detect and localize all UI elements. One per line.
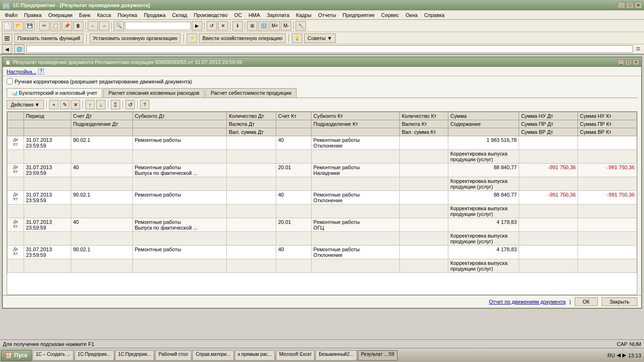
taskbar-item-8[interactable]: Результат ...:59: [358, 350, 398, 361]
taskbar-item-3[interactable]: Рабочий стол: [155, 350, 191, 361]
copy-button[interactable]: 📋: [50, 21, 61, 31]
menu-edit[interactable]: Правка: [21, 11, 44, 19]
menu-service[interactable]: Сервис: [379, 11, 402, 19]
move-up-button[interactable]: ↑: [85, 100, 95, 109]
edit-row-button[interactable]: ✎: [60, 100, 69, 109]
manual-edit-checkbox[interactable]: [7, 78, 13, 84]
col-summa-nu-kt[interactable]: Сумма НУ Кт: [578, 112, 637, 120]
refresh-button[interactable]: ↺: [206, 21, 217, 31]
menu-bank[interactable]: Банк: [76, 11, 93, 19]
table-row[interactable]: ДкКт 31.07.201323:59:59 90.02.1 Ремонтны…: [8, 191, 637, 205]
col-summa-vr-dt[interactable]: Сумма ВР Дт: [519, 128, 578, 136]
col-podrazd-dt[interactable]: Подразделение Дт: [71, 120, 132, 128]
report-link[interactable]: Отчет по движениям документа: [489, 299, 566, 304]
col-summa-nu-dt[interactable]: Сумма НУ Дт: [519, 112, 578, 120]
menu-salary[interactable]: Зарплата: [264, 11, 292, 19]
table-row[interactable]: ДкКт 31.07.201323:59:59 40 Ремонтные раб…: [8, 164, 637, 177]
menu-help[interactable]: Справка: [421, 11, 447, 19]
add-row-button[interactable]: +: [49, 100, 58, 109]
col-summa-pr-kt[interactable]: Сумма ПР Кт: [578, 120, 637, 128]
taskbar-item-2[interactable]: 1С:Предприя...: [115, 350, 155, 361]
col-subkonto-kt[interactable]: Субконто Кт: [311, 112, 399, 120]
settings-link[interactable]: Настройка...: [7, 69, 36, 74]
sum-button[interactable]: Σ: [111, 100, 120, 109]
move-down-button[interactable]: ↓: [96, 100, 106, 109]
col-podrazd-kt[interactable]: Подразделение Кт: [311, 120, 399, 128]
delete-row-button[interactable]: ✕: [71, 100, 80, 109]
taskbar-item-6[interactable]: Microsoft Excel: [276, 350, 314, 361]
addr-back-button[interactable]: ◀: [2, 44, 12, 54]
doc-close-button[interactable]: ×: [633, 59, 639, 65]
taskbar-item-5[interactable]: к прямым рас...: [235, 350, 275, 361]
col-soderjanie[interactable]: Содержание: [448, 120, 519, 128]
set-org-button[interactable]: Установить основную организацию: [90, 33, 181, 43]
grid-button[interactable]: ⊞: [247, 21, 257, 31]
info-button[interactable]: ℹ: [232, 21, 243, 31]
minimize-button[interactable]: _: [618, 2, 625, 8]
forward-button[interactable]: →: [99, 21, 109, 31]
close-doc-button[interactable]: Закрыть: [602, 297, 637, 306]
col-summa-vr-kt[interactable]: Сумма ВР Кт: [578, 128, 637, 136]
menu-file[interactable]: Файл: [2, 11, 20, 19]
actions-dropdown-button[interactable]: Действия ▼: [7, 100, 44, 109]
delete-button[interactable]: 🗑: [73, 21, 83, 31]
refresh-table-button[interactable]: ↺: [125, 100, 135, 109]
close-button[interactable]: ×: [635, 2, 642, 8]
open-button[interactable]: 📂: [13, 21, 24, 31]
addr-go-button[interactable]: =: [635, 45, 642, 53]
save-button[interactable]: 💾: [25, 21, 35, 31]
tools-button[interactable]: 🔧: [296, 21, 306, 31]
menu-os[interactable]: ОС: [231, 11, 245, 19]
tab-cost-price[interactable]: Расчет себестоимости продукции: [206, 88, 297, 98]
col-valuta-dt[interactable]: Валюта Дт: [227, 120, 276, 128]
col-period[interactable]: Период: [24, 112, 71, 120]
col-val-summa-dt[interactable]: Вал. сумма Дт: [227, 128, 276, 136]
start-button[interactable]: 🪟 Пуск: [1, 350, 32, 361]
col-schet-kt[interactable]: Счет Кт: [276, 112, 311, 120]
menu-nma[interactable]: НМА: [246, 11, 263, 19]
taskbar-item-1[interactable]: 1С:Предприя...: [74, 350, 114, 361]
cut-button[interactable]: ✂: [39, 21, 50, 31]
col-kol-kt[interactable]: Количество Кт: [400, 112, 448, 120]
col-schet-dt[interactable]: Счет Дт: [71, 112, 132, 120]
tab-indirect-costs[interactable]: Расчет списания косвенных расходов: [103, 88, 205, 98]
taskbar-item-4[interactable]: Справ.матери...: [192, 350, 234, 361]
table-row[interactable]: ДкКт 31.07.201323:59:59 90.02.1 Ремонтны…: [8, 136, 637, 150]
show-panel-button[interactable]: Показать панель функций: [14, 33, 83, 43]
menu-operations[interactable]: Операции: [45, 11, 75, 19]
table-row[interactable]: ДкКт 31.07.201323:59:59 40 Ремонтные раб…: [8, 218, 637, 232]
menu-enterprise[interactable]: Предприятие: [340, 11, 378, 19]
col-summa-pr-dt[interactable]: Сумма ПР Дт: [519, 120, 578, 128]
menu-kadry[interactable]: Кадры: [293, 11, 314, 19]
col-summa[interactable]: Сумма: [448, 112, 519, 120]
m-minus-button[interactable]: M-: [281, 21, 291, 31]
menu-production[interactable]: Производство: [191, 11, 231, 19]
tab-accounting[interactable]: 📊 Бухгалтерский и налоговый учет: [7, 88, 102, 98]
taskbar-item-0[interactable]: 1С – Создать ...: [33, 350, 74, 361]
stop-button[interactable]: ✕: [218, 21, 228, 31]
m-plus-button[interactable]: M+: [270, 21, 280, 31]
addr-globe-button[interactable]: 🌐: [14, 44, 25, 54]
menu-kassa[interactable]: Касса: [94, 11, 114, 19]
back-button[interactable]: ←: [88, 21, 98, 31]
col-val-summa-kt[interactable]: Вал. сумма Кт: [400, 128, 448, 136]
taskbar-item-7[interactable]: Безымянный2...: [315, 350, 357, 361]
col-valuta-kt[interactable]: Валюта Кт: [400, 120, 448, 128]
search-button[interactable]: 🔍: [114, 21, 124, 31]
search-go-button[interactable]: ▶: [192, 21, 202, 31]
help-table-button[interactable]: ?: [140, 100, 149, 109]
doc-minimize-button[interactable]: _: [618, 59, 624, 65]
ok-button[interactable]: ОК: [575, 297, 598, 306]
menu-windows[interactable]: Окна: [403, 11, 421, 19]
tray-arrow-left[interactable]: ◀: [617, 352, 620, 358]
menu-reports[interactable]: Отчеты: [315, 11, 339, 19]
doc-maximize-button[interactable]: □: [625, 59, 632, 65]
maximize-button[interactable]: □: [626, 2, 634, 8]
tips-dropdown-icon[interactable]: ▼: [327, 35, 332, 41]
menu-purchase[interactable]: Покупка: [115, 11, 140, 19]
calc-button[interactable]: 🔢: [258, 21, 269, 31]
help-icon[interactable]: ?: [38, 68, 44, 74]
enter-op-button[interactable]: Ввести хозяйственную операцию: [199, 33, 286, 43]
menu-sale[interactable]: Продажа: [141, 11, 168, 19]
search-input[interactable]: [125, 22, 191, 30]
